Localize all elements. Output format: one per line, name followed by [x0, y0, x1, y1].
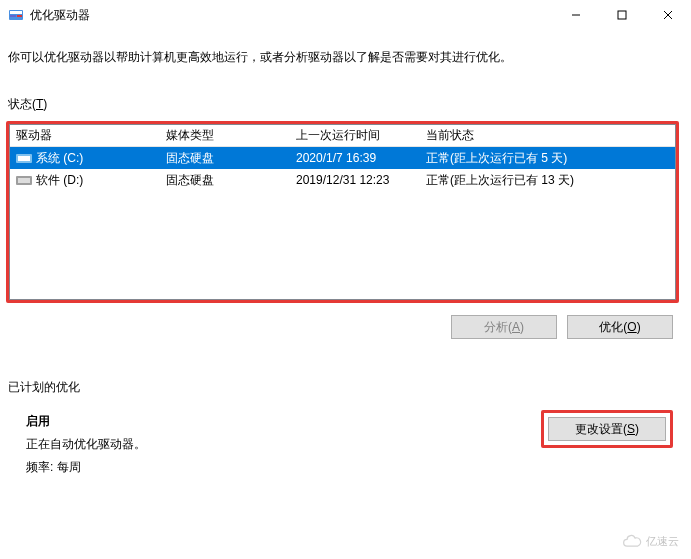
current-status: 正常(距上次运行已有 13 天)	[420, 172, 675, 189]
media-type: 固态硬盘	[160, 150, 290, 167]
table-header-row: 驱动器 媒体类型 上一次运行时间 当前状态	[10, 125, 675, 147]
current-status: 正常(距上次运行已有 5 天)	[420, 150, 675, 167]
drive-icon	[16, 152, 32, 164]
svg-rect-1	[10, 11, 22, 14]
svg-rect-2	[10, 15, 16, 17]
status-label: 状态(T)	[8, 96, 679, 113]
scheduled-section-label: 已计划的优化	[8, 379, 679, 396]
drive-table-highlight: 驱动器 媒体类型 上一次运行时间 当前状态 系统 (C:) 固态硬盘 2020/…	[6, 121, 679, 303]
svg-rect-3	[17, 15, 22, 17]
watermark: 亿速云	[622, 531, 679, 551]
app-icon	[8, 7, 24, 23]
drive-table[interactable]: 驱动器 媒体类型 上一次运行时间 当前状态 系统 (C:) 固态硬盘 2020/…	[9, 124, 676, 300]
table-row[interactable]: 系统 (C:) 固态硬盘 2020/1/7 16:39 正常(距上次运行已有 5…	[10, 147, 675, 169]
window-title: 优化驱动器	[30, 7, 90, 24]
schedule-text: 启用 正在自动优化驱动器。 频率: 每周	[26, 410, 146, 478]
minimize-button[interactable]	[553, 0, 599, 30]
header-current[interactable]: 当前状态	[420, 127, 675, 144]
svg-rect-5	[618, 11, 626, 19]
frequency-text: 频率: 每周	[26, 456, 146, 479]
running-text: 正在自动优化驱动器。	[26, 433, 146, 456]
enabled-label: 启用	[26, 410, 146, 433]
window-controls	[553, 0, 691, 30]
header-media[interactable]: 媒体类型	[160, 127, 290, 144]
last-run: 2019/12/31 12:23	[290, 173, 420, 187]
svg-rect-9	[18, 156, 30, 161]
svg-rect-11	[18, 178, 30, 183]
cloud-icon	[622, 531, 642, 551]
schedule-info-row: 启用 正在自动优化驱动器。 频率: 每周 更改设置(S)	[6, 410, 679, 478]
change-settings-highlight: 更改设置(S)	[541, 410, 673, 448]
maximize-button[interactable]	[599, 0, 645, 30]
drive-name: 系统 (C:)	[36, 151, 83, 165]
description-text: 你可以优化驱动器以帮助计算机更高效地运行，或者分析驱动器以了解是否需要对其进行优…	[8, 48, 679, 66]
header-lastrun[interactable]: 上一次运行时间	[290, 127, 420, 144]
action-buttons: 分析(A) 优化(O)	[6, 315, 673, 339]
watermark-text: 亿速云	[646, 534, 679, 549]
change-settings-button[interactable]: 更改设置(S)	[548, 417, 666, 441]
last-run: 2020/1/7 16:39	[290, 151, 420, 165]
table-row[interactable]: 软件 (D:) 固态硬盘 2019/12/31 12:23 正常(距上次运行已有…	[10, 169, 675, 191]
close-button[interactable]	[645, 0, 691, 30]
drive-name: 软件 (D:)	[36, 173, 83, 187]
header-drive[interactable]: 驱动器	[10, 127, 160, 144]
optimize-button[interactable]: 优化(O)	[567, 315, 673, 339]
drive-icon	[16, 174, 32, 186]
media-type: 固态硬盘	[160, 172, 290, 189]
analyze-button: 分析(A)	[451, 315, 557, 339]
